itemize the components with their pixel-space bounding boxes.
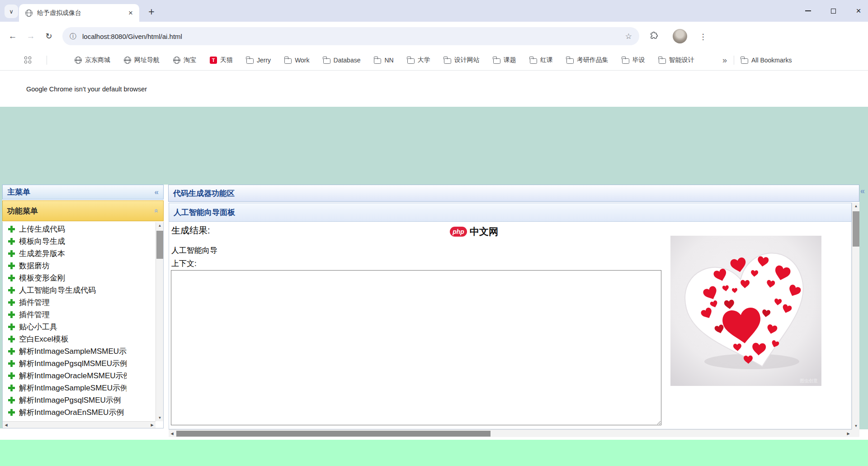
sidebar-menu-list: 上传生成代码 模板向导生成 生成差异版本 数据磨坊: [2, 222, 164, 428]
apps-grid-icon[interactable]: [24, 57, 32, 64]
menu-item[interactable]: 解析IntImageSampleSMEU示例: [3, 382, 156, 394]
sidebar-vertical-scrollbar[interactable]: ▲ ▼: [156, 222, 163, 421]
folder-icon: [407, 58, 415, 64]
tab-close-icon[interactable]: ×: [127, 9, 135, 18]
bookmarks-bar: 京东商城 网址导航 淘宝 天猫: [0, 50, 868, 71]
menu-item[interactable]: 模板变形金刚: [3, 272, 156, 284]
menu-item[interactable]: 模板向导生成: [3, 235, 156, 247]
bookmark[interactable]: 课题: [493, 56, 516, 64]
menu-item[interactable]: 插件管理: [3, 296, 156, 309]
scrollbar-thumb[interactable]: [176, 431, 491, 437]
sidebar-function-menu-header[interactable]: 功能菜单 «: [2, 200, 164, 221]
folder-icon: [374, 58, 381, 64]
region-header[interactable]: 代码生成器功能区: [168, 185, 859, 202]
bookmark[interactable]: 网址导航: [124, 56, 160, 64]
bookmark[interactable]: 设计网站: [444, 56, 480, 64]
menu-item[interactable]: 生成差异版本: [3, 247, 156, 260]
bookmark[interactable]: 淘宝: [173, 56, 196, 64]
scroll-right-button[interactable]: ▶: [149, 422, 156, 428]
bookmark[interactable]: 京东商城: [75, 56, 110, 64]
browser-tab[interactable]: 给予虚拟成像台 ×: [19, 4, 139, 22]
new-tab-button[interactable]: +: [145, 5, 158, 19]
browser-menu-icon[interactable]: ⋮: [696, 30, 710, 43]
bookmark[interactable]: 天猫: [210, 56, 233, 64]
globe-icon: [75, 57, 82, 64]
window-close-button[interactable]: ×: [849, 2, 868, 20]
window-minimize-button[interactable]: [798, 2, 817, 20]
folder-icon: [493, 58, 500, 64]
reload-button[interactable]: ↻: [41, 28, 57, 44]
url-text[interactable]: localhost:8080/Given/html/ai.html: [82, 33, 625, 40]
bookmarks-overflow-icon[interactable]: »: [722, 56, 727, 65]
sidebar-horizontal-scrollbar[interactable]: ◀ ▶: [3, 421, 156, 428]
menu-item[interactable]: 解析IntImageSampleMSMEU示例: [3, 345, 156, 357]
main-menu-title: 主菜单: [7, 187, 30, 197]
bookmark[interactable]: NN: [374, 57, 393, 64]
plus-icon: [8, 323, 15, 330]
bookmark[interactable]: Jerry: [246, 57, 271, 64]
menu-item[interactable]: 上传生成代码: [3, 223, 156, 235]
bookmarks-right-cluster: » All Bookmarks: [722, 50, 792, 71]
forward-button[interactable]: →: [23, 28, 39, 44]
main-horizontal-scrollbar[interactable]: ◀ ▶: [169, 429, 852, 437]
extensions-puzzle-icon[interactable]: [649, 31, 658, 40]
scroll-right-button[interactable]: ▶: [845, 430, 852, 437]
menu-item[interactable]: 空白Excel模板: [3, 333, 156, 345]
plus-icon: [8, 287, 15, 294]
plus-icon: [8, 409, 15, 416]
bookmark-star-icon[interactable]: ☆: [625, 32, 632, 41]
bookmark[interactable]: Work: [284, 57, 309, 64]
bookmark[interactable]: 考研作品集: [566, 56, 609, 64]
all-bookmarks-button[interactable]: All Bookmarks: [741, 57, 792, 64]
minimize-icon: [805, 10, 811, 11]
context-textarea[interactable]: [171, 270, 661, 425]
chevron-down-icon: ∨: [9, 8, 14, 15]
globe-icon: [124, 57, 131, 64]
tab-search-button[interactable]: ∨: [5, 5, 18, 18]
photo-watermark: 图虫创意: [800, 378, 818, 383]
wizard-panel-header[interactable]: 人工智能向导面板: [169, 203, 852, 222]
bookmark[interactable]: Database: [323, 57, 361, 64]
tab-title: 给予虚拟成像台: [37, 9, 122, 17]
window-maximize-button[interactable]: [824, 2, 843, 20]
menu-item[interactable]: 贴心小工具: [3, 321, 156, 333]
scrollbar-thumb[interactable]: [853, 211, 859, 247]
plus-icon: [8, 226, 15, 233]
menu-item[interactable]: 数据磨坊: [3, 260, 156, 272]
collapse-sidebar-icon[interactable]: «: [155, 188, 159, 197]
scroll-down-button[interactable]: ▼: [852, 423, 860, 429]
scroll-down-button[interactable]: ▼: [156, 414, 164, 421]
folder-icon: [530, 58, 537, 64]
scroll-up-button[interactable]: ▲: [156, 222, 164, 229]
scroll-up-button[interactable]: ▲: [852, 203, 860, 209]
page-header: 给予虚拟成像台 官网 清风明月不须一钱买: [0, 107, 868, 185]
profile-avatar[interactable]: [673, 29, 687, 43]
site-info-icon[interactable]: ⓘ: [70, 32, 76, 41]
menu-item[interactable]: 解析IntImagePgsqlSMEU示例: [3, 394, 156, 406]
php-logo-icon: php: [450, 227, 467, 237]
menu-item[interactable]: 插件管理: [3, 309, 156, 321]
scroll-left-button[interactable]: ◀: [3, 422, 9, 428]
collapse-right-panel-icon[interactable]: «: [860, 186, 865, 196]
bookmark[interactable]: 智能设计: [659, 56, 694, 64]
menu-item[interactable]: 解析IntImageOraEnSMEU示例: [3, 406, 156, 418]
bookmark[interactable]: 毕设: [622, 56, 645, 64]
plus-icon: [8, 311, 15, 318]
bookmark[interactable]: 大学: [407, 56, 430, 64]
main-vertical-scrollbar[interactable]: ▲ ▼: [852, 203, 859, 429]
back-button[interactable]: ←: [5, 28, 21, 44]
bookmark[interactable]: 红课: [530, 56, 553, 64]
menu-item[interactable]: 人工智能向导生成代码: [3, 284, 156, 296]
plus-icon: [8, 275, 15, 281]
scroll-left-button[interactable]: ◀: [169, 430, 175, 437]
globe-icon: [173, 57, 180, 64]
tab-strip: ∨ 给予虚拟成像台 × + ×: [0, 0, 868, 22]
sidebar-main-menu-header[interactable]: 主菜单 «: [2, 185, 164, 200]
menu-item[interactable]: 解析IntImageOracleMSMEU示例: [3, 370, 156, 382]
panel-title: 人工智能向导面板: [174, 207, 235, 218]
scrollbar-thumb[interactable]: [156, 231, 163, 259]
collapse-up-icon[interactable]: «: [153, 209, 161, 213]
plus-icon: [8, 336, 15, 342]
menu-item[interactable]: 解析IntImagePgsqlMSMEU示例: [3, 357, 156, 370]
address-bar[interactable]: ⓘ localhost:8080/Given/html/ai.html ☆: [62, 27, 639, 45]
